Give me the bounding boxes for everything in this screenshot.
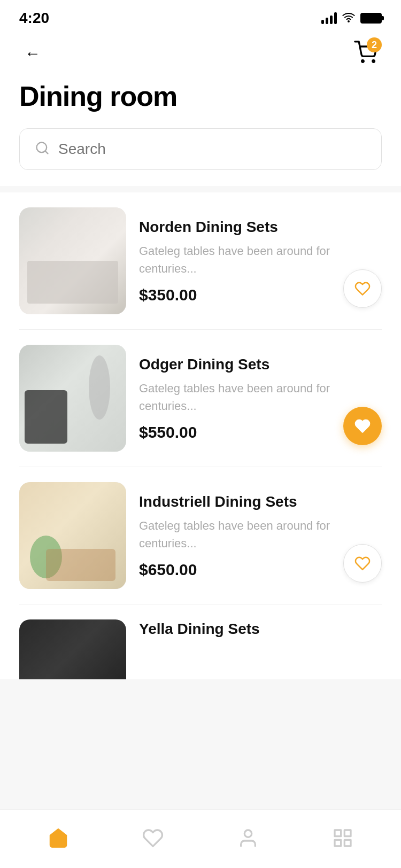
search-box[interactable]	[19, 128, 382, 170]
product-item-yella: Yella Dining Sets	[19, 604, 382, 679]
back-arrow-icon: ←	[25, 44, 41, 63]
search-section	[0, 128, 401, 186]
home-icon	[48, 827, 69, 851]
bottom-spacer	[0, 679, 401, 743]
svg-line-4	[45, 151, 48, 153]
page-title-section: Dining room	[0, 80, 401, 128]
cart-button[interactable]: 2	[350, 37, 382, 69]
person-icon	[237, 827, 259, 851]
product-name-norden: Norden Dining Sets	[139, 218, 376, 237]
signal-icon	[321, 12, 337, 24]
odger-image-placeholder	[19, 345, 126, 452]
product-image-norden	[19, 207, 126, 314]
svg-rect-6	[335, 830, 341, 836]
product-item-odger: Odger Dining Sets Gateleg tables have be…	[19, 330, 382, 467]
product-image-odger	[19, 345, 126, 452]
svg-rect-7	[345, 830, 351, 836]
product-name-yella: Yella Dining Sets	[139, 619, 376, 639]
svg-point-1	[362, 60, 364, 63]
product-item-industriell: Industriell Dining Sets Gateleg tables h…	[19, 467, 382, 604]
heart-icon	[142, 827, 164, 851]
battery-icon	[360, 13, 382, 24]
norden-image-placeholder	[19, 207, 126, 314]
nav-item-home[interactable]	[35, 823, 82, 855]
yella-image-placeholder	[19, 619, 126, 679]
fav-button-industriell[interactable]	[343, 544, 382, 583]
bottom-navigation	[0, 809, 401, 868]
industriell-image-placeholder	[19, 482, 126, 589]
nav-item-menu[interactable]	[319, 823, 366, 855]
back-button[interactable]: ←	[19, 40, 46, 67]
product-name-industriell: Industriell Dining Sets	[139, 492, 376, 511]
header: ← 2	[0, 32, 401, 80]
product-price-industriell: $650.00	[139, 561, 376, 579]
product-name-odger: Odger Dining Sets	[139, 355, 376, 374]
svg-point-5	[244, 830, 251, 837]
cart-badge: 2	[367, 37, 382, 52]
svg-point-2	[373, 60, 375, 63]
nav-item-profile[interactable]	[225, 823, 272, 855]
fav-button-norden[interactable]	[343, 269, 382, 308]
svg-point-0	[348, 21, 349, 22]
svg-rect-9	[345, 840, 351, 846]
svg-rect-8	[335, 840, 341, 846]
search-input[interactable]	[58, 141, 366, 158]
page-title: Dining room	[19, 80, 382, 112]
status-icons	[321, 11, 382, 26]
status-time: 4:20	[19, 10, 49, 27]
product-desc-odger: Gateleg tables have been around for cent…	[139, 379, 376, 415]
search-icon	[35, 141, 50, 158]
product-info-yella: Yella Dining Sets	[139, 619, 382, 644]
grid-icon	[332, 827, 353, 851]
products-list: Norden Dining Sets Gateleg tables have b…	[0, 192, 401, 679]
status-bar: 4:20	[0, 0, 401, 32]
product-price-norden: $350.00	[139, 286, 376, 304]
wifi-icon	[342, 11, 355, 26]
product-item-norden: Norden Dining Sets Gateleg tables have b…	[19, 192, 382, 330]
product-price-odger: $550.00	[139, 423, 376, 441]
product-desc-norden: Gateleg tables have been around for cent…	[139, 242, 376, 277]
product-image-industriell	[19, 482, 126, 589]
product-desc-industriell: Gateleg tables have been around for cent…	[139, 517, 376, 552]
product-image-yella	[19, 619, 126, 679]
nav-item-favorites[interactable]	[129, 823, 176, 855]
fav-button-odger[interactable]	[343, 407, 382, 445]
